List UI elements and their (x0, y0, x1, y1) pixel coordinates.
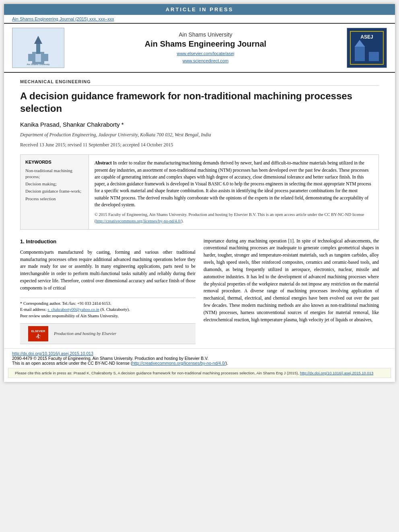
received-dates: Received 13 June 2015; revised 11 Septem… (20, 142, 379, 148)
svg-rect-5 (28, 54, 33, 61)
abstract-copyright: © 2015 Faculty of Engineering, Ain Shams… (95, 212, 373, 224)
doi-copyright: 2090-4479 © 2015 Faculty of Engineering,… (12, 356, 387, 361)
footnote-email: E-mail address: s_chakraborty00@yahoo.co… (20, 306, 195, 313)
doi-link-line: http://dx.doi.org/10.1016/j.asej.2015.10… (12, 351, 387, 356)
doi-license: This is an open access article under the… (12, 361, 387, 366)
journal-name: Ain Shams Engineering Journal (72, 39, 339, 49)
footnote-section: * Corresponding author. Tel./fax: +91 03… (20, 298, 195, 319)
authors-text: Kanika Prasad, Shankar Chakraborty * (20, 121, 124, 128)
abstract-section: KEYWORDS Non-traditional machining proce… (20, 154, 379, 229)
footnote-email-link[interactable]: s_chakraborty00@yahoo.co.in (47, 307, 99, 312)
keyword-item: Decision guidance frame-work; (25, 188, 84, 194)
intro-heading: 1. Introduction (20, 238, 195, 246)
svg-text:Ain Shams University: Ain Shams University (27, 63, 49, 66)
keywords-title: KEYWORDS (25, 160, 84, 164)
svg-rect-10 (355, 46, 365, 61)
university-logo-left: Ain Shams University (12, 28, 64, 68)
journal-logo-right: ASEJ (347, 28, 387, 68)
university-name: Ain Shams University (72, 31, 339, 38)
footnote-corresponding: * Corresponding author. Tel./fax: +91 03… (20, 300, 195, 307)
journal-url1: www.elsevier.com/locate/asej (72, 50, 339, 58)
citation-text: Please cite this article in press as: Pr… (15, 371, 373, 375)
right-column: importance during any machining operatio… (204, 238, 379, 344)
article-in-press-banner: ARTICLE IN PRESS (4, 4, 395, 15)
two-column-body: 1. Introduction Components/parts manufac… (20, 238, 379, 344)
keywords-box: KEYWORDS Non-traditional machining proce… (21, 155, 89, 229)
footnote-email-label: E-mail address: (20, 307, 47, 312)
svg-rect-11 (369, 52, 379, 61)
elsevier-bar: ELSEVIER Production and hosting by Elsev… (20, 323, 195, 344)
abstract-box: Abstract In order to realize the manufac… (89, 155, 378, 229)
journal-header: Ain Shams University Ain Shams Universit… (4, 23, 395, 73)
elsevier-logo-svg: ELSEVIER (29, 327, 48, 341)
doi-license-text: This is an open access article under the… (12, 361, 228, 366)
citation-link[interactable]: http://dx.doi.org/10.1016/j.asej.2015.10… (300, 371, 374, 375)
intro-right-paragraph: importance during any machining operatio… (204, 238, 379, 324)
article-title: A decision guidance framework for non-tr… (20, 90, 379, 115)
journal-link-text: Ain Shams Engineering Journal (2015) xxx… (12, 16, 114, 21)
elsevier-logo: ELSEVIER (28, 326, 48, 341)
main-content: MECHANICAL ENGINEERING A decision guidan… (4, 73, 395, 348)
svg-text:ASEJ: ASEJ (360, 34, 373, 40)
copyright-link[interactable]: http://creativecommons.org/licenses/by-n… (96, 219, 181, 223)
svg-rect-6 (43, 54, 48, 61)
svg-rect-2 (35, 54, 41, 62)
asej-logo-svg: ASEJ (349, 30, 385, 66)
elsevier-text: Production and hosting by Elsevier (54, 330, 116, 337)
citation-bar: Please cite this article in press as: Pr… (8, 368, 391, 378)
authors: Kanika Prasad, Shankar Chakraborty * (20, 121, 379, 128)
keywords-list: Non-traditional machining process; Decis… (25, 168, 84, 201)
doi-link[interactable]: http://dx.doi.org/10.1016/j.asej.2015.10… (12, 351, 93, 356)
intro-left-paragraph: Components/parts manufactured by casting… (20, 249, 195, 292)
affiliation: Department of Production Engineering, Ja… (20, 132, 379, 138)
page: ARTICLE IN PRESS Ain Shams Engineering J… (4, 4, 395, 382)
doi-license-link[interactable]: http://creativecommons.org/licenses/by-n… (132, 361, 225, 366)
left-column: 1. Introduction Components/parts manufac… (20, 238, 195, 344)
keyword-item: Process selection (25, 196, 84, 201)
keyword-item: Non-traditional machining process; (25, 168, 84, 179)
banner-text: ARTICLE IN PRESS (166, 6, 234, 12)
section-label: MECHANICAL ENGINEERING (20, 79, 379, 86)
footnote-email-name: (S. Chakraborty). (101, 307, 130, 312)
keyword-item: Decision making; (25, 181, 84, 187)
footnote-peer-review: Peer review under responsibility of Ain … (20, 313, 195, 319)
journal-center: Ain Shams University Ain Shams Engineeri… (64, 31, 347, 64)
journal-link-line: Ain Shams Engineering Journal (2015) xxx… (4, 15, 395, 23)
journal-url2: www.sciencedirect.com (72, 58, 339, 65)
university-logo-svg: Ain Shams University (16, 30, 60, 66)
abstract-label: Abstract (95, 160, 112, 165)
doi-footer: http://dx.doi.org/10.1016/j.asej.2015.10… (4, 348, 395, 368)
copyright-text: © 2015 Faculty of Engineering, Ain Shams… (95, 212, 364, 223)
abstract-text: In order to realize the manufacturing/ma… (95, 160, 371, 207)
svg-text:ELSEVIER: ELSEVIER (31, 330, 45, 333)
